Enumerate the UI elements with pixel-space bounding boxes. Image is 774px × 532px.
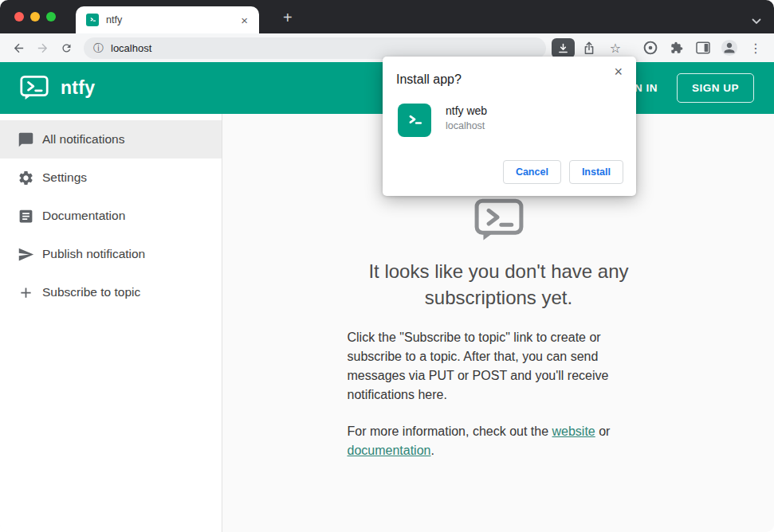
plus-icon [17, 284, 35, 302]
tab-close-icon[interactable]: × [238, 13, 251, 28]
back-icon[interactable] [6, 36, 30, 60]
extensions-puzzle-icon[interactable] [665, 36, 689, 60]
gear-icon [17, 169, 35, 187]
empty-state-links-paragraph: For more information, check out the webs… [348, 422, 650, 460]
sidebar-item-subscribe-to-topic[interactable]: Subscribe to topic [0, 273, 222, 311]
tab-search-chevron-icon[interactable] [752, 14, 761, 28]
install-app-dialog: Install app? × ntfy web localhost Cancel… [383, 57, 636, 196]
side-panel-icon[interactable] [691, 36, 715, 60]
paragraph-text: For more information, check out the [348, 424, 552, 438]
sidebar-item-label: Documentation [42, 209, 125, 223]
url-text: localhost [111, 42, 151, 54]
browser-window: ntfy × + ⓘ localhost ☆ [0, 0, 774, 532]
profile-avatar[interactable] [717, 36, 741, 60]
sidebar: All notifications Settings Documentation… [0, 114, 222, 532]
sidebar-item-label: Publish notification [42, 247, 145, 261]
app-title: ntfy [61, 77, 95, 99]
address-bar[interactable]: ⓘ localhost [84, 37, 546, 59]
dialog-app-name: ntfy web [446, 104, 487, 117]
sign-up-button[interactable]: SIGN UP [677, 73, 754, 103]
cancel-button[interactable]: Cancel [503, 160, 561, 184]
minimize-window-button[interactable] [30, 12, 40, 22]
empty-state-heading: It looks like you don't have any subscri… [348, 258, 650, 311]
install-app-icon[interactable] [552, 38, 575, 58]
chat-bubble-icon [17, 131, 35, 149]
zoom-window-button[interactable] [46, 12, 56, 22]
sidebar-item-documentation[interactable]: Documentation [0, 197, 222, 235]
website-link[interactable]: website [552, 424, 595, 438]
install-button[interactable]: Install [569, 160, 623, 184]
sidebar-item-publish-notification[interactable]: Publish notification [0, 235, 222, 273]
sidebar-item-label: Settings [42, 170, 87, 185]
site-info-icon[interactable]: ⓘ [93, 43, 104, 53]
dialog-actions: Cancel Install [503, 160, 623, 184]
tab-strip: ntfy × + [0, 0, 774, 33]
sidebar-item-settings[interactable]: Settings [0, 158, 222, 197]
tab-title: ntfy [106, 14, 238, 25]
ntfy-app-icon [398, 104, 431, 137]
dialog-close-icon[interactable]: × [610, 63, 627, 80]
new-tab-button[interactable]: + [278, 8, 297, 27]
empty-state: It looks like you don't have any subscri… [348, 198, 650, 460]
forward-icon[interactable] [30, 36, 54, 60]
reload-icon[interactable] [54, 36, 78, 60]
paragraph-text: or [595, 424, 611, 438]
ntfy-logo-icon [20, 75, 49, 101]
browser-tab-ntfy[interactable]: ntfy × [76, 6, 259, 33]
browser-menu-dots-icon[interactable]: ⋮ [744, 36, 768, 60]
dialog-title: Install app? [396, 72, 462, 87]
documentation-link[interactable]: documentation [348, 444, 431, 457]
sidebar-item-label: Subscribe to topic [42, 285, 140, 299]
dialog-app-origin: localhost [446, 120, 485, 131]
paragraph-text: . [430, 444, 434, 457]
window-controls [14, 12, 56, 22]
sidebar-item-all-notifications[interactable]: All notifications [0, 120, 222, 158]
sidebar-item-label: All notifications [42, 132, 124, 147]
send-icon [17, 245, 35, 264]
empty-state-paragraph: Click the "Subscribe to topic" link to c… [348, 328, 650, 405]
ntfy-terminal-icon [348, 198, 650, 245]
book-icon [17, 207, 35, 225]
close-window-button[interactable] [14, 12, 24, 22]
password-manager-extension-icon[interactable] [638, 36, 662, 60]
ntfy-favicon-icon [86, 14, 99, 26]
